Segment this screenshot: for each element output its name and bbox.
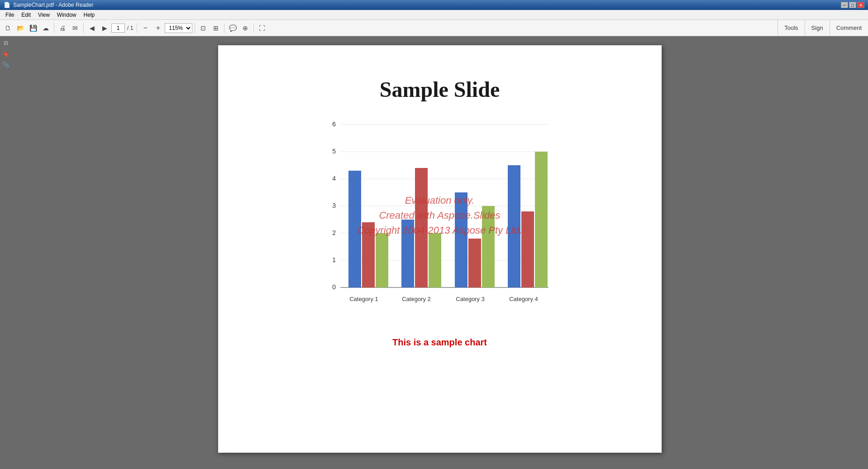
svg-text:0: 0 <box>332 283 336 291</box>
svg-text:4: 4 <box>332 175 336 182</box>
page-number-input[interactable] <box>111 24 125 33</box>
bar-cat4-s2 <box>521 211 534 287</box>
svg-text:2: 2 <box>332 229 336 236</box>
separator-1 <box>54 23 54 33</box>
zoom-select[interactable]: 115% 100% 75% 50% <box>165 23 192 33</box>
cat4-label: Category 4 <box>509 296 538 302</box>
separator-6 <box>253 23 254 33</box>
title-bar-text: SampleChart.pdf - Adobe Reader <box>13 2 93 8</box>
bar-cat2-s1 <box>401 220 414 287</box>
bar-cat3-s3 <box>482 206 495 287</box>
bar-cat3-s2 <box>468 239 481 287</box>
title-bar-controls: ─ □ ✕ <box>841 2 864 8</box>
sample-chart-caption: This is a sample chart <box>392 337 487 348</box>
toolbar: 🗋 📂 💾 ☁ 🖨 ✉ ◀ ▶ / 1 − + 115% 100% 75% 50… <box>0 20 868 36</box>
fullscreen-button[interactable]: ⛶ <box>256 22 268 34</box>
menu-window[interactable]: Window <box>53 11 80 19</box>
bar-cat1-s3 <box>376 233 388 287</box>
separator-3 <box>137 23 137 33</box>
bar-cat4-s4 <box>535 152 548 287</box>
svg-text:5: 5 <box>332 148 336 155</box>
top-actions: Tools Sign Comment <box>777 20 868 36</box>
cloud-button[interactable]: ☁ <box>40 22 52 34</box>
menu-bar: File Edit View Window Help <box>0 10 868 20</box>
bar-cat2-s3 <box>429 233 441 287</box>
cat3-label: Category 3 <box>456 296 485 302</box>
slide-title: Sample Slide <box>380 77 500 102</box>
svg-text:3: 3 <box>332 202 336 209</box>
menu-edit[interactable]: Edit <box>18 11 34 19</box>
comment-add-button[interactable]: 💬 <box>227 22 238 34</box>
menu-help[interactable]: Help <box>80 11 99 19</box>
cat1-label: Category 1 <box>349 296 378 302</box>
pdf-page: Sample Slide 0 1 2 3 4 <box>218 45 662 453</box>
save-button[interactable]: 💾 <box>27 22 39 34</box>
page-total: / 1 <box>127 25 133 31</box>
new-button[interactable]: 🗋 <box>2 22 14 34</box>
bar-cat1-s1 <box>348 171 361 287</box>
open-button[interactable]: 📂 <box>14 22 26 34</box>
bar-cat3-s1 <box>455 192 467 287</box>
menu-file[interactable]: File <box>2 11 18 19</box>
bar-cat2-s2 <box>415 168 428 287</box>
maximize-button[interactable]: □ <box>849 2 856 8</box>
sign-button[interactable]: Sign <box>805 20 830 36</box>
sidebar-attachments-icon[interactable]: 📎 <box>2 61 10 69</box>
sidebar-bookmarks-icon[interactable]: 🔖 <box>2 50 10 58</box>
separator-2 <box>83 23 84 33</box>
cat2-label: Category 2 <box>402 296 431 302</box>
sidebar-pages-icon[interactable]: ⊟ <box>2 39 10 47</box>
menu-view[interactable]: View <box>34 11 53 19</box>
svg-text:6: 6 <box>332 120 336 128</box>
email-button[interactable]: ✉ <box>69 22 81 34</box>
zoom-out-button[interactable]: − <box>139 22 151 34</box>
tools-button[interactable]: Tools <box>777 20 804 36</box>
main-area[interactable]: Sample Slide 0 1 2 3 4 <box>11 36 868 469</box>
chart-svg: 0 1 2 3 4 5 6 <box>313 115 567 315</box>
svg-text:1: 1 <box>332 256 336 263</box>
zoom-in-button[interactable]: + <box>152 22 164 34</box>
title-bar: 📄 SampleChart.pdf - Adobe Reader ─ □ ✕ <box>0 0 868 10</box>
comment-button[interactable]: Comment <box>830 20 868 36</box>
fit-page-button[interactable]: ⊡ <box>197 22 209 34</box>
chart-container: 0 1 2 3 4 5 6 <box>313 115 567 315</box>
print-button[interactable]: 🖨 <box>57 22 68 34</box>
bar-cat1-s2 <box>362 222 375 287</box>
minimize-button[interactable]: ─ <box>841 2 848 8</box>
close-button[interactable]: ✕ <box>857 2 864 8</box>
left-sidebar: ⊟ 🔖 📎 <box>0 36 11 469</box>
prev-page-button[interactable]: ◀ <box>86 22 98 34</box>
bar-cat4-s1 <box>508 165 520 287</box>
separator-5 <box>224 23 224 33</box>
app-icon: 📄 <box>4 2 10 8</box>
stamp-button[interactable]: ⊕ <box>239 22 251 34</box>
fit-width-button[interactable]: ⊞ <box>210 22 222 34</box>
next-page-button[interactable]: ▶ <box>99 22 110 34</box>
separator-4 <box>195 23 195 33</box>
